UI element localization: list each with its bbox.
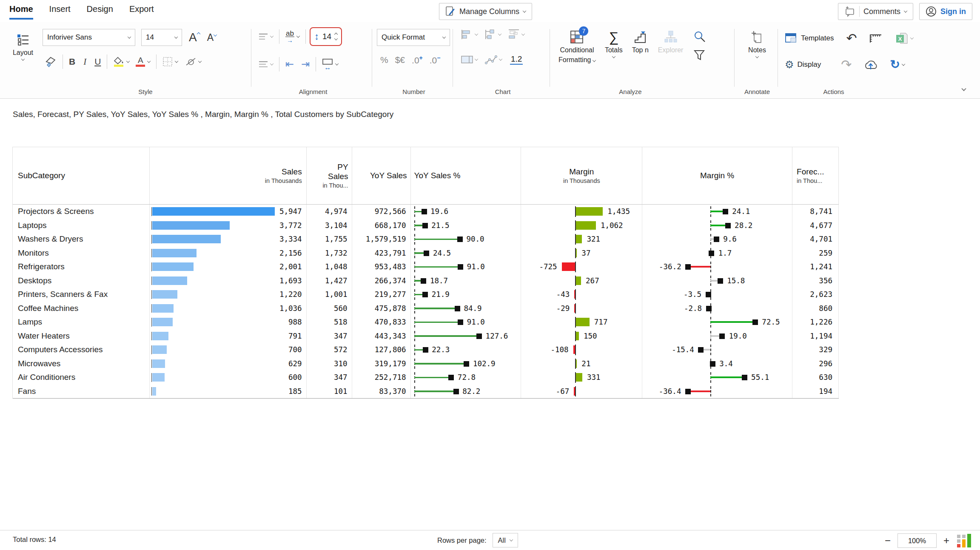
- row-height-spinner[interactable]: [335, 33, 337, 40]
- header-margin[interactable]: Margin in Thousands: [521, 147, 642, 204]
- collapse-ribbon-button[interactable]: [962, 85, 966, 93]
- spinner-down-icon[interactable]: [334, 37, 338, 40]
- header-margin-pct[interactable]: Margin %: [642, 147, 792, 204]
- py-sales-cell: 572: [307, 343, 352, 357]
- table-row[interactable]: Desktops1,6931,427266,37418.726715.8356: [13, 274, 839, 288]
- margin-pct-cell: 15.8: [642, 274, 792, 288]
- font-family-select[interactable]: Inforiver Sans: [43, 29, 135, 46]
- header-sales[interactable]: Sales in Thousands: [150, 147, 307, 204]
- header-yoy-sales[interactable]: YoY Sales: [352, 147, 411, 204]
- sparkline-button[interactable]: [485, 54, 502, 65]
- zoom-level[interactable]: 100%: [897, 533, 937, 548]
- row-height-control[interactable]: ↕ 14: [310, 27, 342, 46]
- increase-decimal-button[interactable]: .0+: [412, 54, 423, 66]
- tab-insert[interactable]: Insert: [49, 4, 71, 20]
- fill-color-button[interactable]: [113, 57, 129, 67]
- format-painter-button[interactable]: [45, 56, 57, 68]
- tab-home[interactable]: Home: [9, 4, 33, 20]
- decrease-decimal-button[interactable]: .0−: [430, 54, 441, 66]
- table-row[interactable]: Laptops3,7723,104668,17021.51,06228.24,6…: [13, 219, 839, 233]
- yoy-pct-cell: 22.3: [411, 343, 521, 357]
- quick-format-select[interactable]: Quick Format: [377, 29, 450, 46]
- table-row[interactable]: Projectors & Screens5,9474,974972,56619.…: [13, 205, 839, 219]
- decimal-places-button[interactable]: 1.2: [510, 54, 523, 65]
- explorer-button[interactable]: Explorer: [658, 30, 684, 54]
- hide-gridlines-button[interactable]: [185, 57, 201, 66]
- zoom-out-button[interactable]: −: [885, 533, 891, 548]
- page-size-select[interactable]: All: [493, 533, 518, 547]
- table-row[interactable]: Monitors2,1561,732423,79124.5371.7259: [13, 246, 839, 260]
- yoy-pct-value: 24.5: [433, 246, 451, 260]
- forecast-value: 329: [819, 343, 832, 357]
- ruler-button[interactable]: [869, 33, 883, 43]
- font-size-select[interactable]: 14: [141, 29, 182, 46]
- excel-export-button[interactable]: X: [895, 32, 913, 44]
- zoom-in-button[interactable]: +: [943, 533, 949, 548]
- margin-cell: 1,062: [521, 219, 642, 233]
- forecast-value: 2,623: [810, 288, 832, 302]
- filter-button[interactable]: [693, 49, 706, 61]
- table-row[interactable]: Microwaves629310319,179102.9213.4296: [13, 357, 839, 371]
- hierarchy-chart-button[interactable]: [484, 29, 501, 40]
- totals-button[interactable]: ∑ Totals: [605, 30, 623, 58]
- search-button[interactable]: [693, 31, 706, 43]
- table-row[interactable]: Washers & Dryers3,3341,7551,579,51990.03…: [13, 232, 839, 246]
- spinner-up-icon[interactable]: [334, 32, 338, 36]
- yoy-pct-marker: [423, 347, 428, 353]
- sign-in-button[interactable]: Sign in: [919, 3, 972, 20]
- indent-increase-button[interactable]: ⇥: [301, 58, 310, 70]
- display-button[interactable]: ⚙ Display: [785, 59, 821, 71]
- margin-pct-marker: [723, 209, 728, 214]
- currency-format-button[interactable]: $€: [395, 55, 405, 65]
- italic-button[interactable]: I: [83, 57, 86, 67]
- underline-button[interactable]: U: [94, 57, 101, 67]
- header-subcategory[interactable]: SubCategory: [13, 147, 150, 204]
- redo-button[interactable]: ↷: [841, 57, 852, 72]
- top-n-button[interactable]: Top n: [632, 30, 649, 54]
- yoy-sales-cell: 319,179: [352, 357, 411, 371]
- table-row[interactable]: Computers Accessories700572127,80622.3-1…: [13, 343, 839, 357]
- column-width-button[interactable]: ↔: [322, 59, 338, 70]
- header-forecast[interactable]: Forec... in Thou...: [792, 147, 839, 204]
- tab-export[interactable]: Export: [129, 4, 154, 20]
- subcategory-name: Washers & Dryers: [13, 232, 149, 245]
- refresh-button[interactable]: ↻: [890, 57, 904, 71]
- table-row[interactable]: Fans18510183,37082.2-67-36.4194: [13, 385, 839, 399]
- cloud-upload-button[interactable]: [863, 59, 878, 70]
- percent-format-button[interactable]: %: [380, 55, 388, 65]
- tab-design[interactable]: Design: [87, 4, 113, 20]
- notes-button[interactable]: Notes: [743, 31, 771, 58]
- yoy-pct-marker: [421, 278, 426, 284]
- bar-chart-button[interactable]: [461, 29, 478, 40]
- borders-button[interactable]: [162, 57, 178, 67]
- header-yoy-sales-pct[interactable]: YoY Sales %: [411, 147, 521, 204]
- header-py-sales[interactable]: PY Sales in Thou...: [307, 147, 352, 204]
- sales-cell: 600: [150, 370, 307, 385]
- undo-button[interactable]: ↶: [846, 31, 857, 46]
- table-row[interactable]: Printers, Scanners & Fax1,2201,001219,27…: [13, 288, 839, 302]
- combo-chart-button[interactable]: [507, 29, 524, 40]
- grow-font-button[interactable]: A: [189, 31, 200, 44]
- table-row[interactable]: Air Conditioners600347252,71872.833155.1…: [13, 370, 839, 385]
- subcategory-cell: Refrigerators: [13, 260, 150, 274]
- comments-button[interactable]: Comments: [838, 3, 913, 20]
- text-direction-button[interactable]: ab →: [285, 30, 299, 43]
- table-row[interactable]: Water Heaters791347443,343127.615019.01,…: [13, 329, 839, 343]
- table-row[interactable]: Coffee Machines1,036560475,87884.9-29-2.…: [13, 302, 839, 316]
- font-color-button[interactable]: A: [136, 57, 150, 67]
- vertical-align-button[interactable]: [258, 33, 273, 40]
- table-row[interactable]: Refrigerators2,0011,048953,48391.0-725-3…: [13, 260, 839, 274]
- horizontal-align-button[interactable]: [258, 60, 273, 68]
- manage-columns-button[interactable]: Manage Columns: [439, 3, 532, 20]
- shrink-font-button[interactable]: A: [207, 32, 217, 43]
- indent-decrease-button[interactable]: ⇤: [285, 58, 294, 70]
- templates-button[interactable]: Templates: [785, 33, 834, 44]
- py-sales-value: 572: [334, 343, 348, 357]
- conditional-formatting-button[interactable]: 7 Conditional Formatting: [558, 30, 595, 64]
- bold-button[interactable]: B: [69, 57, 75, 67]
- table-style-button[interactable]: [461, 55, 478, 64]
- py-sales-cell: 1,427: [307, 274, 352, 288]
- yoy-pct-value: 18.7: [430, 274, 448, 288]
- layout-button[interactable]: Layout: [11, 33, 34, 61]
- table-row[interactable]: Lamps988518470,83391.071772.51,226: [13, 315, 839, 329]
